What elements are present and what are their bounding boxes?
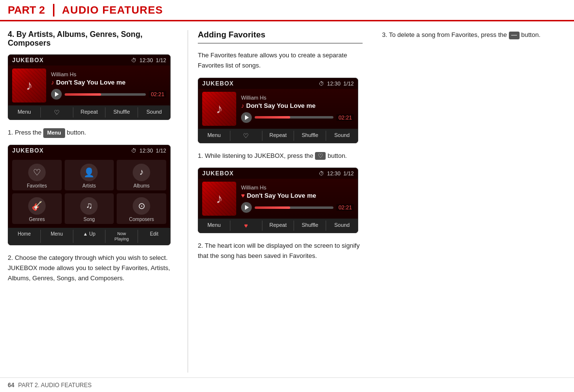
jukebox4-body: ♪ William Hs ♥ Don't Say You Love me bbox=[198, 179, 358, 219]
step3-text: 3. To delete a song from Favorites, pres… bbox=[382, 31, 507, 38]
play-triangle-icon-3 bbox=[245, 115, 249, 120]
jukebox3-time: 02:21 bbox=[336, 114, 354, 121]
jukebox3-body: ♪ William Hs ♪ Don't Say You Love me bbox=[198, 89, 358, 129]
jukebox4-btn-sound[interactable]: Sound bbox=[326, 221, 358, 231]
music-note-icon-3: ♪ bbox=[216, 101, 223, 117]
jukebox2-btn-menu[interactable]: Menu bbox=[41, 230, 73, 243]
grid-genres-icon: 🎸 bbox=[28, 197, 46, 215]
jukebox4-song-title: Don't Say You Love me bbox=[247, 192, 316, 199]
grid-song[interactable]: ♫ Song bbox=[65, 193, 114, 224]
music-note-icon-4: ♪ bbox=[216, 191, 223, 206]
jukebox3-album-art: ♪ bbox=[202, 92, 236, 126]
jukebox3-btn-repeat[interactable]: Repeat bbox=[262, 131, 295, 141]
jukebox4-progress-bar bbox=[255, 206, 333, 209]
heart-filled-icon: ♥ bbox=[241, 192, 245, 199]
heart-button-inline: ♡ bbox=[315, 152, 326, 160]
clock-icon-4: ⏱ bbox=[319, 170, 324, 176]
part-label: PART 2 bbox=[8, 4, 45, 17]
heart-filled-icon-btn: ♥ bbox=[244, 222, 248, 229]
jukebox4-btn-shuffle[interactable]: Shuffle bbox=[294, 221, 326, 231]
jukebox4-song: ♥ Don't Say You Love me bbox=[241, 192, 354, 199]
clock-icon: ⏱ bbox=[131, 57, 137, 63]
grid-favorites[interactable]: ♡ Favorites bbox=[12, 160, 62, 190]
jukebox1-footer: Menu ♡ Repeat Shuffle Sound bbox=[8, 105, 170, 119]
jukebox4-play-btn[interactable] bbox=[241, 202, 252, 213]
clock-icon-2: ⏱ bbox=[131, 148, 137, 153]
jukebox4-progress-fill bbox=[255, 206, 290, 209]
jukebox1-btn-shuffle[interactable]: Shuffle bbox=[105, 107, 138, 118]
right-step3-instruction: 3. To delete a song from Favorites, pres… bbox=[382, 30, 566, 40]
grid-genres[interactable]: 🎸 Genres bbox=[12, 193, 62, 224]
grid-artists[interactable]: 👤 Artists bbox=[65, 160, 114, 190]
jukebox1-album-art: ♪ bbox=[12, 68, 46, 102]
jukebox1-tracknum: 1/12 bbox=[156, 57, 166, 63]
jukebox3-artist: William Hs bbox=[241, 95, 354, 101]
jukebox1-progress-row: 02:21 bbox=[51, 89, 166, 100]
note-icon: ♪ bbox=[51, 79, 54, 86]
jukebox2-clock: 12:30 bbox=[139, 148, 153, 153]
heart-empty-icon-3: ♡ bbox=[243, 132, 249, 139]
jukebox1-time: 02:21 bbox=[149, 91, 166, 98]
grid-favorites-label: Favorites bbox=[27, 183, 47, 188]
jukebox2-btn-home[interactable]: Home bbox=[8, 230, 41, 243]
jukebox1-clock: 12:30 bbox=[139, 57, 153, 63]
jukebox4-progress-row: 02:21 bbox=[241, 202, 354, 213]
step3-end: button. bbox=[521, 31, 540, 38]
page-footer: 64 PART 2. AUDIO FEATURES bbox=[0, 377, 574, 392]
jukebox4-time: 02:21 bbox=[336, 204, 354, 211]
jukebox4-btn-menu[interactable]: Menu bbox=[198, 221, 230, 231]
step1-instruction: 1. Press the Menu button. bbox=[8, 128, 178, 138]
jukebox4-btn-repeat[interactable]: Repeat bbox=[262, 221, 295, 231]
jukebox1-btn-sound[interactable]: Sound bbox=[138, 107, 170, 118]
jukebox1-info: ⏱ 12:30 1/12 bbox=[131, 57, 166, 63]
jukebox1-song: ♪ Don't Say You Love me bbox=[51, 79, 166, 86]
jukebox3-play-btn[interactable] bbox=[241, 112, 252, 123]
jukebox1-play-btn[interactable] bbox=[51, 89, 62, 100]
jukebox2-footer: Home Menu ▲ Up NowPlaying Edit bbox=[8, 228, 170, 245]
grid-albums-label: Albums bbox=[133, 183, 149, 188]
jukebox3-btn-heart[interactable]: ♡ bbox=[230, 131, 262, 141]
jukebox4-tracknum: 1/12 bbox=[344, 170, 354, 176]
jukebox1-btn-heart[interactable]: ♡ bbox=[41, 107, 73, 118]
grid-composers-label: Composers bbox=[129, 217, 154, 222]
jukebox1-btn-menu[interactable]: Menu bbox=[8, 107, 41, 118]
jukebox4-album-art: ♪ bbox=[202, 182, 236, 216]
jukebox4-info: William Hs ♥ Don't Say You Love me 02:21 bbox=[236, 182, 354, 216]
jukebox3-tracknum: 1/12 bbox=[344, 81, 354, 86]
minus-button-inline: — bbox=[509, 32, 520, 39]
left-column: 4. By Artists, Albums, Genres, Song, Com… bbox=[8, 30, 188, 373]
clock-icon-3: ⏱ bbox=[319, 81, 324, 86]
mid-step1-text: 1. While listening to JUKEBOX, press the bbox=[198, 152, 313, 159]
note-icon-3: ♪ bbox=[241, 102, 244, 109]
jukebox1-info: William Hs ♪ Don't Say You Love me 02:21 bbox=[46, 68, 166, 102]
jukebox1-label: JUKEBOX bbox=[12, 57, 44, 64]
jukebox3-info: William Hs ♪ Don't Say You Love me 02:21 bbox=[236, 92, 354, 126]
jukebox2-btn-nowplaying[interactable]: NowPlaying bbox=[105, 230, 138, 243]
jukebox2-label: JUKEBOX bbox=[12, 147, 44, 154]
music-note-icon: ♪ bbox=[26, 78, 33, 93]
main-content: 4. By Artists, Albums, Genres, Song, Com… bbox=[0, 21, 574, 377]
menu-button-inline: Menu bbox=[43, 128, 65, 138]
jukebox3-btn-shuffle[interactable]: Shuffle bbox=[294, 131, 326, 141]
jukebox1-progress-bar bbox=[65, 93, 146, 96]
grid-song-label: Song bbox=[84, 217, 95, 222]
mid-step1-end: button. bbox=[328, 152, 347, 159]
jukebox2-tracknum: 1/12 bbox=[156, 148, 166, 153]
jukebox3-footer: Menu ♡ Repeat Shuffle Sound bbox=[198, 129, 358, 143]
jukebox2-btn-edit[interactable]: Edit bbox=[138, 230, 170, 243]
jukebox2-btn-up[interactable]: ▲ Up bbox=[73, 230, 106, 243]
jukebox3-label: JUKEBOX bbox=[202, 80, 234, 87]
jukebox1-header: JUKEBOX ⏱ 12:30 1/12 bbox=[8, 55, 170, 66]
grid-albums[interactable]: ♪ Albums bbox=[117, 160, 166, 190]
adding-favorites-title: Adding Favorites bbox=[198, 30, 363, 44]
grid-composers[interactable]: ⊙ Composers bbox=[117, 193, 166, 224]
left-section-heading: 4. By Artists, Albums, Genres, Song, Com… bbox=[8, 30, 178, 48]
jukebox4-btn-heart[interactable]: ♥ bbox=[230, 221, 262, 231]
jukebox-screen-4: JUKEBOX ⏱ 12:30 1/12 ♪ William Hs ♥ Don'… bbox=[198, 168, 358, 233]
jukebox3-btn-menu[interactable]: Menu bbox=[198, 131, 230, 141]
jukebox1-btn-repeat[interactable]: Repeat bbox=[73, 107, 106, 118]
jukebox1-progress-fill bbox=[65, 93, 101, 96]
jukebox2-header: JUKEBOX ⏱ 12:30 1/12 bbox=[8, 145, 170, 156]
grid-albums-icon: ♪ bbox=[133, 164, 150, 181]
jukebox3-btn-sound[interactable]: Sound bbox=[326, 131, 358, 141]
